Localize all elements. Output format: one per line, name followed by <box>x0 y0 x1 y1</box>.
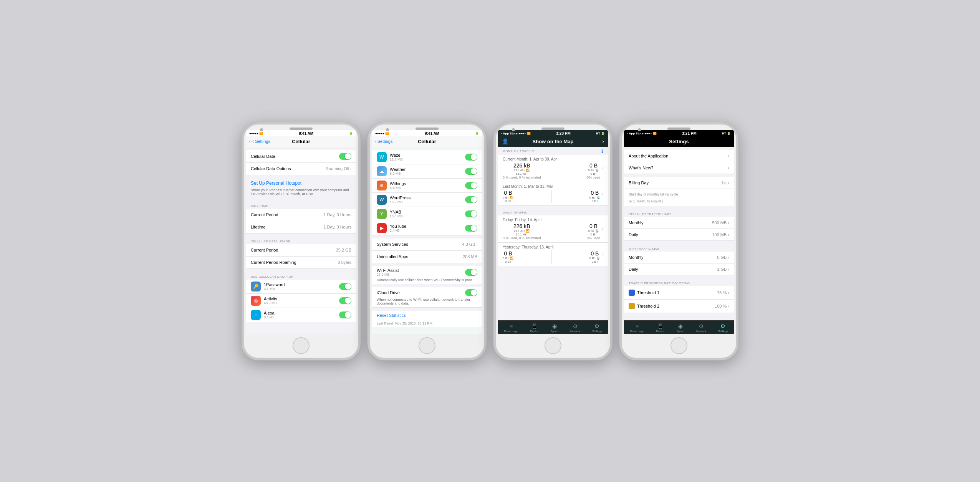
data-usage-icon-3: ≡ <box>510 323 513 329</box>
app-icon-alexa: ≡ <box>251 310 261 320</box>
time-2: 9:41 AM <box>425 131 439 136</box>
speed-icon-4: ◉ <box>678 323 683 329</box>
toggle-ynab[interactable] <box>465 210 477 217</box>
tab-data-usage-4[interactable]: ≡ Data Usage <box>630 323 644 333</box>
toggle-wordpress[interactable] <box>465 196 477 203</box>
tab-bar-3: ≡ Data Usage 📱 Device ◉ Speed ⊙ Network … <box>498 320 608 334</box>
app-info-ynab: YNAB 15.6 MB <box>390 210 462 218</box>
phone-top-bar-3 <box>496 124 610 130</box>
cellular-data-toggle[interactable] <box>339 153 351 160</box>
current-month-row[interactable]: Current Month: 1. Apr to 30. Apr 226 kB … <box>498 155 608 182</box>
today-row[interactable]: Today: Friday, 14. April 226 kB 211 kB↓ … <box>498 215 608 243</box>
nav-bar-1: ‹ < Settings Cellular <box>246 136 356 147</box>
phone-2: ●●●●● 🛜 9:41 AM 🔋 ‹ Settings Cellular W … <box>368 122 487 360</box>
app-icon-wordpress: W <box>377 195 387 205</box>
nav-next-3[interactable]: › <box>602 138 604 144</box>
hotspot-link[interactable]: Set Up Personal Hotspot <box>251 181 351 186</box>
time-3: 3:20 PM <box>556 131 571 136</box>
threshold2-row[interactable]: Threshold 2 100 % › <box>624 300 734 313</box>
icloud-drive-row[interactable]: iCloud Drive When not connected to Wi-Fi… <box>372 287 482 308</box>
camera-dot-1 <box>260 128 263 131</box>
toggle-weather[interactable] <box>465 168 477 175</box>
app-row-weather[interactable]: ☁ Weather 6.0 MB <box>372 164 482 179</box>
last-reset-text: Last Reset: Nov 25, 2015, 10:11 PM <box>372 320 482 327</box>
camera-dot-4 <box>638 128 641 131</box>
screen-1: ●●●●● 🛜 9:41 AM 🔋 ‹ < Settings Cellular … <box>246 130 356 334</box>
phone-top-bar-1 <box>244 124 358 130</box>
toggle-youtube[interactable] <box>465 225 477 232</box>
app-row-alexa[interactable]: ≡ Alexa 0.1 kB <box>246 308 356 322</box>
home-button-1[interactable] <box>293 337 310 354</box>
toggle-waze[interactable] <box>465 154 477 161</box>
back-btn-2[interactable]: ‹ Settings <box>375 139 392 144</box>
toggle-wifi-assist[interactable] <box>465 269 477 276</box>
cellular-traffic-header: CELLULAR TRAFFIC LIMIT <box>624 209 734 217</box>
wifi-daily-row[interactable]: Daily 1 GB › <box>624 263 734 275</box>
home-button-3[interactable] <box>545 337 561 354</box>
tab-speed-4[interactable]: ◉ Speed <box>677 323 684 333</box>
signal-3: ‹ App Store ●●●○ 🛜 <box>501 132 531 135</box>
back-btn-1[interactable]: ‹ < Settings <box>249 139 270 144</box>
battery-3: BT 🔋 <box>596 132 605 135</box>
billing-day-row[interactable]: Billing Day 1st › <box>624 177 734 189</box>
tab-device-3[interactable]: 📱 Device <box>530 323 538 333</box>
toggle-withings[interactable] <box>465 182 477 189</box>
nav-title-1: Cellular <box>292 139 310 144</box>
wifi-monthly-row[interactable]: Monthly 5 GB › <box>624 252 734 263</box>
cellular-monthly-row[interactable]: Monthly 500 MB › <box>624 217 734 229</box>
toggle-alexa[interactable] <box>339 311 351 318</box>
yesterday-row[interactable]: Yesterday: Thursday, 13. April 0 B 0 B↓ … <box>498 243 608 266</box>
nav-bar-3: 👤 Show on the Map › <box>498 136 608 147</box>
tab-device-4[interactable]: 📱 Device <box>656 323 664 333</box>
app-row-youtube[interactable]: ▶ YouTube 2.4 kB <box>372 221 482 235</box>
wifi-assist-row[interactable]: Wi-Fi Assist 27.9 MB Automatically use c… <box>372 266 482 284</box>
monthly-header: MONTHLY TRAFFIC ℹ <box>498 147 608 155</box>
about-app-row[interactable]: About the Application › <box>624 150 734 162</box>
tab-network-4[interactable]: ⊙ Network <box>696 323 706 333</box>
hotspot-section: Set Up Personal Hotspot <box>246 178 356 187</box>
cellular-daily-row[interactable]: Daily 100 MB › <box>624 229 734 241</box>
whats-new-row[interactable]: What's New? › <box>624 162 734 174</box>
home-button-2[interactable] <box>419 337 435 354</box>
system-services-row[interactable]: System Services 4.3 GB › <box>372 239 482 251</box>
app-row-waze[interactable]: W Waze 12.8 MB <box>372 150 482 164</box>
app-row-activity[interactable]: ◎ Activity 48.9 MB <box>246 294 356 308</box>
toggle-icloud[interactable] <box>465 289 477 296</box>
home-button-4[interactable] <box>670 337 687 354</box>
cellular-options-row[interactable]: Cellular Data Options Roaming Off › <box>246 163 356 175</box>
app-row-withings[interactable]: ⊕ Withings 4.4 MB <box>372 179 482 193</box>
tab-data-usage-3[interactable]: ≡ Data Usage <box>504 323 518 333</box>
toggle-1password[interactable] <box>339 283 351 290</box>
speed-icon-3: ◉ <box>552 323 557 329</box>
settings-icon-4: ⚙ <box>720 323 725 329</box>
call-time-header: CALL TIME <box>246 201 356 209</box>
last-month-row[interactable]: Last Month: 1. Mar to 31. Mar 0 B 0 B↓ 📶… <box>498 182 608 205</box>
reset-stats-btn[interactable]: Reset Statistics <box>372 311 482 320</box>
toggle-activity[interactable] <box>339 297 351 304</box>
info-icon[interactable]: ℹ <box>601 149 603 154</box>
app-icon-activity: ◎ <box>251 296 261 306</box>
speaker-3 <box>541 128 564 130</box>
app-icon-weather: ☁ <box>377 166 387 176</box>
tab-settings-4[interactable]: ⚙ Settings <box>718 323 728 333</box>
tab-speed-3[interactable]: ◉ Speed <box>551 323 558 333</box>
phone-3: ‹ App Store ●●●○ 🛜 3:20 PM BT 🔋 👤 Show o… <box>493 122 612 360</box>
app-icon-1password: 🔑 <box>251 282 261 292</box>
app-info-weather: Weather 6.0 MB <box>390 167 462 176</box>
nav-title-4: Settings <box>669 139 689 144</box>
device-icon-4: 📱 <box>657 323 664 329</box>
cellular-data-row[interactable]: Cellular Data <box>246 150 356 163</box>
signal-1: ●●●●● 🛜 <box>249 132 263 135</box>
app-row-1password[interactable]: 🔑 1Password 3.1 MB <box>246 280 356 294</box>
app-info-1password: 1Password 3.1 MB <box>264 282 336 291</box>
speaker-2 <box>416 128 439 130</box>
threshold1-row[interactable]: Threshold 1 75 % › <box>624 286 734 300</box>
app-row-wordpress[interactable]: W WordPress 15.2 MB <box>372 193 482 207</box>
tab-network-3[interactable]: ⊙ Network <box>570 323 580 333</box>
speaker-4 <box>667 128 690 130</box>
nav-title-3: Show on the Map <box>533 139 574 144</box>
wifi-traffic-header: WIFI TRAFFIC LIMIT <box>624 244 734 252</box>
phones-container: ●●●●● 🛜 9:41 AM 🔋 ‹ < Settings Cellular … <box>242 122 738 360</box>
tab-settings-3[interactable]: ⚙ Settings <box>592 323 602 333</box>
app-row-ynab[interactable]: Y YNAB 15.6 MB <box>372 207 482 221</box>
